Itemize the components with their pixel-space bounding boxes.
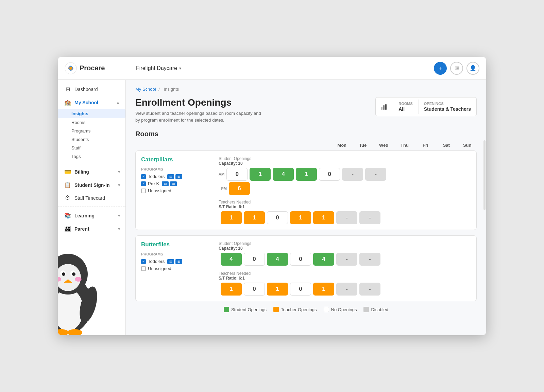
chevron-down-billing-icon: ▾ [118, 170, 120, 174]
legend-green-box [224, 307, 229, 312]
bf-s-tue: 0 [244, 253, 265, 266]
bf-capacity-label: Capacity: 10 [219, 246, 281, 251]
sidebar-label-dashboard: Dashboard [74, 87, 98, 92]
butterflies-name: Butterflies [141, 241, 210, 248]
sidebar-sub-insights[interactable]: Insights [58, 109, 125, 118]
cat-student-openings-label: Student Openings [219, 156, 281, 161]
cat-teacher-row: 1 1 0 1 1 - - [219, 211, 281, 224]
bf-teachers-label: Teachers Needed [219, 271, 281, 276]
rooms-filter-value: All [398, 106, 413, 112]
sidebar-label-learning: Learning [74, 213, 95, 218]
legend-disabled-label: Disabled [371, 307, 388, 312]
sidebar-sub-staff[interactable]: Staff [58, 144, 125, 152]
sidebar-label-timecard: Staff Timecard [74, 195, 105, 201]
filter-openings[interactable]: OPENINGS Students & Teachers [418, 100, 476, 114]
cat-am-tag: AM [219, 172, 224, 176]
cat-t-sat: - [336, 211, 357, 224]
bf-t-mon: 1 [221, 283, 242, 296]
cat-capacity-label: Capacity: 10 [219, 161, 281, 166]
cat-am-fri: 0 [319, 168, 340, 181]
sidebar-item-parent[interactable]: 👨‍👩‍👧 Parent ▾ [58, 222, 125, 235]
sidebar-item-learning[interactable]: 📚 Learning ▾ [58, 209, 125, 222]
prek-icon-1: ▤ [162, 181, 169, 186]
day-headers: Mon Tue Wed Thu Fri Sat Sun [135, 143, 477, 148]
breadcrumb-separator: / [158, 87, 161, 92]
cat-t-mon: 1 [221, 211, 242, 224]
cat-pm-cells: 6 [229, 182, 250, 195]
legend-gray-box [363, 307, 369, 312]
sidebar-item-my-school[interactable]: 🏫 My School ▲ [58, 96, 125, 109]
sidebar-sub-students[interactable]: Students [58, 135, 125, 144]
user-button[interactable]: 👤 [466, 62, 479, 75]
bf-t-fri: 1 [313, 283, 334, 296]
cat-am-sat: - [342, 168, 363, 181]
messages-button[interactable]: ✉ [450, 62, 463, 75]
topbar-right: + ✉ 👤 [434, 62, 479, 75]
caterpillars-program-prek: Pre-K ▤ ▦ [141, 181, 210, 186]
org-selector[interactable]: Firelight Daycare ▾ [136, 65, 181, 71]
header-row: Enrollment Openings View student and tea… [135, 97, 477, 123]
caterpillars-name: Caterpillars [141, 156, 210, 163]
caterpillars-programs-label: PROGRAMS [141, 167, 210, 171]
dashboard-icon: ⊞ [64, 86, 71, 92]
bf-toddlers-icon-2: ▦ [175, 259, 182, 264]
bf-toddlers-icon-1: ▤ [167, 259, 174, 264]
svg-rect-2 [381, 107, 382, 110]
caterpillars-program-toddlers: Toddlers ▤ ▦ [141, 174, 210, 179]
sidebar-item-billing[interactable]: 💳 Billing ▾ [58, 165, 125, 178]
legend-teacher-label: Teacher Openings [281, 307, 317, 312]
cat-t-sun: - [359, 211, 380, 224]
bf-s-wed: 4 [267, 253, 288, 266]
chevron-up-icon: ▲ [116, 100, 120, 105]
breadcrumb-parent[interactable]: My School [135, 87, 156, 92]
cat-am-wed: 4 [273, 168, 294, 181]
cat-am-thu: 1 [296, 168, 317, 181]
bf-toddlers-icons: ▤ ▦ [167, 259, 182, 264]
org-dropdown-icon: ▾ [179, 66, 181, 71]
prek-checkbox[interactable] [141, 181, 146, 186]
cat-t-wed: 0 [267, 211, 288, 224]
logo-area: Procare [65, 62, 133, 74]
sidebar-sub-tags[interactable]: Tags [58, 152, 125, 161]
sidebar-item-student-sign-in[interactable]: 📋 Student Sign-in ▾ [58, 178, 125, 192]
sidebar-sub-rooms[interactable]: Rooms [58, 118, 125, 127]
topbar: Procare Firelight Daycare ▾ + ✉ 👤 [58, 57, 486, 80]
sidebar-sub-programs[interactable]: Programs [58, 127, 125, 135]
sidebar-label-my-school: My School [74, 100, 98, 105]
day-wed: Wed [374, 143, 393, 148]
bf-toddlers-checkbox[interactable] [141, 259, 146, 264]
svg-rect-4 [385, 104, 387, 110]
cat-am-mon: 0 [226, 168, 248, 181]
main-layout: ⊞ Dashboard 🏫 My School ▲ Insights Rooms… [58, 80, 486, 335]
user-icon: 👤 [470, 65, 476, 71]
filter-rooms[interactable]: ROOMS All [393, 100, 418, 114]
openings-filter-value: Students & Teachers [424, 106, 471, 112]
scrollbar[interactable] [483, 140, 486, 210]
day-sat: Sat [437, 143, 456, 148]
svg-rect-3 [383, 105, 385, 110]
svg-point-1 [69, 67, 72, 70]
legend: Student Openings Teacher Openings No Ope… [135, 307, 477, 312]
sidebar-label-sign-in: Student Sign-in [74, 182, 109, 188]
unassigned-checkbox[interactable] [141, 189, 146, 193]
page-header-text: Enrollment Openings View student and tea… [135, 97, 265, 123]
add-button[interactable]: + [434, 62, 447, 75]
day-mon: Mon [333, 143, 351, 148]
chevron-down-learning-icon: ▾ [118, 213, 120, 218]
learning-icon: 📚 [64, 212, 71, 219]
bf-unassigned-checkbox[interactable] [141, 266, 146, 271]
rooms-section-title: Rooms [135, 130, 477, 138]
breadcrumb: My School / Insights [135, 87, 477, 92]
legend-student-label: Student Openings [231, 307, 267, 312]
toddlers-checkbox[interactable] [141, 174, 146, 179]
sidebar-item-staff-timecard[interactable]: ⏱ Staff Timecard [58, 192, 125, 204]
butterflies-program-toddlers: Toddlers ▤ ▦ [141, 259, 210, 264]
cat-am-tue: 1 [250, 168, 271, 181]
day-sun: Sun [458, 143, 477, 148]
legend-orange-box [273, 307, 279, 312]
sidebar-label-parent: Parent [74, 226, 89, 232]
sidebar-item-dashboard[interactable]: ⊞ Dashboard [58, 83, 125, 96]
page-description: View student and teacher openings based … [135, 110, 265, 123]
cat-teachers-label: Teachers Needed [219, 200, 281, 204]
sign-in-icon: 📋 [64, 182, 71, 188]
